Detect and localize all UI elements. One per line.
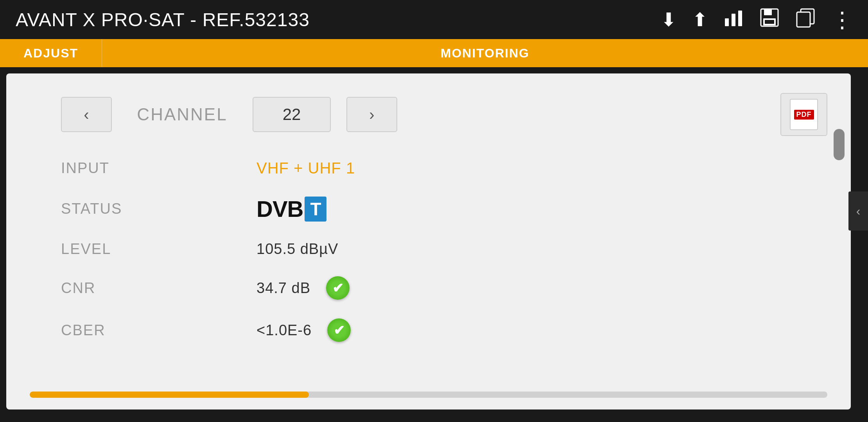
download-icon[interactable]: ⬇: [661, 9, 676, 30]
cber-check-icon: ✔: [334, 322, 344, 338]
level-row: LEVEL 105.5 dBµV: [61, 241, 827, 257]
input-label: INPUT: [61, 160, 256, 177]
level-value: 105.5 dBµV: [256, 241, 338, 257]
more-options-icon[interactable]: ⋮: [831, 7, 852, 32]
svg-rect-1: [732, 14, 735, 26]
collapse-panel-button[interactable]: ‹: [848, 191, 868, 231]
prev-channel-button[interactable]: ‹: [61, 97, 112, 132]
svg-rect-6: [765, 20, 774, 24]
svg-rect-4: [764, 9, 772, 15]
header: AVANT X PRO·SAT - REF.532133 ⬇ ⬆: [0, 0, 868, 39]
channel-nav: ‹ CHANNEL 22 › PDF: [30, 93, 827, 136]
cnr-row: CNR 34.7 dB ✔: [61, 276, 827, 300]
scrollbar-handle[interactable]: [834, 129, 845, 160]
channel-label: CHANNEL: [127, 105, 237, 124]
save-icon[interactable]: [759, 7, 780, 32]
dvb-text: DVB: [256, 196, 303, 222]
dvbt-logo: DVB T: [256, 196, 326, 222]
next-channel-button[interactable]: ›: [346, 97, 397, 132]
tab-adjust[interactable]: ADJUST: [0, 39, 102, 67]
level-label: LEVEL: [61, 241, 256, 257]
tab-bar: ADJUST MONITORING: [0, 39, 868, 67]
status-label: STATUS: [61, 200, 256, 217]
pdf-label: PDF: [794, 110, 814, 120]
chart-icon[interactable]: [723, 7, 744, 32]
main-content: ‹ CHANNEL 22 › PDF INPUT VHF + UHF 1 STA…: [6, 73, 851, 409]
cnr-status-badge: ✔: [326, 276, 350, 300]
header-toolbar: ⬇ ⬆ ⋮: [661, 7, 852, 32]
progress-bar: [30, 392, 827, 398]
cnr-check-icon: ✔: [332, 280, 343, 296]
t-badge: T: [305, 197, 326, 222]
cber-label: CBER: [61, 322, 256, 339]
data-section: INPUT VHF + UHF 1 STATUS DVB T LEVEL 105…: [30, 159, 827, 342]
cnr-label: CNR: [61, 280, 256, 297]
app-title: AVANT X PRO·SAT - REF.532133: [16, 9, 310, 30]
status-row: STATUS DVB T: [61, 196, 827, 222]
tab-monitoring[interactable]: MONITORING: [102, 39, 868, 67]
input-value: VHF + UHF 1: [256, 159, 355, 177]
cber-value: <1.0E-6: [256, 322, 312, 339]
pdf-export-button[interactable]: PDF: [780, 93, 827, 136]
progress-bar-fill: [30, 392, 309, 398]
upload-icon[interactable]: ⬆: [692, 9, 708, 30]
input-row: INPUT VHF + UHF 1: [61, 159, 827, 177]
channel-value: 22: [253, 97, 331, 132]
svg-rect-2: [738, 11, 742, 26]
cnr-value: 34.7 dB: [256, 280, 310, 297]
svg-rect-8: [797, 12, 810, 27]
cber-row: CBER <1.0E-6 ✔: [61, 318, 827, 342]
copy-icon[interactable]: [795, 7, 816, 32]
svg-rect-0: [725, 18, 729, 26]
cber-status-badge: ✔: [327, 318, 351, 342]
